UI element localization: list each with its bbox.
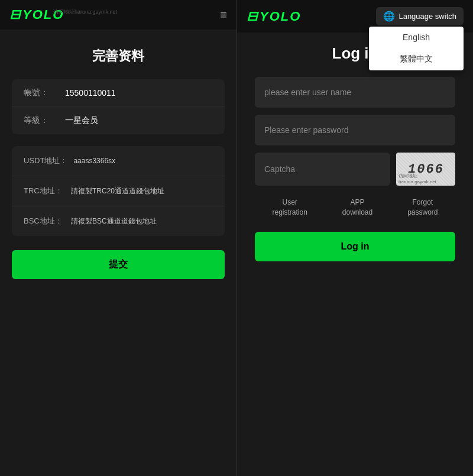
right-logo: ⊟ YOLO (247, 9, 301, 24)
logo-icon: ⊟ (9, 7, 20, 22)
right-header: ⊟ YOLO 🌐 Language switch English 繁體中文 (237, 0, 473, 33)
level-label: 等級： (24, 115, 59, 126)
account-info-card: 帳號： 15500110011 等級： 一星会员 (12, 79, 225, 134)
account-row: 帳號： 15500110011 (12, 79, 225, 107)
password-input[interactable] (255, 115, 455, 145)
language-switch-label: Language switch (399, 12, 456, 21)
usdt-label: USDT地址： (24, 156, 67, 166)
hamburger-menu[interactable]: ≡ (220, 8, 227, 22)
captcha-row: 访问地址haruna.gaymk.net 1066 (255, 153, 455, 186)
captcha-image[interactable]: 访问地址haruna.gaymk.net 1066 (396, 153, 455, 186)
account-value: 15500110011 (65, 88, 116, 98)
language-dropdown-menu: English 繁體中文 (369, 27, 464, 70)
lang-traditional-chinese[interactable]: 繁體中文 (369, 48, 464, 70)
level-row: 等級： 一星会员 (12, 107, 225, 134)
left-content: 完善资料 帳號： 15500110011 等級： 一星会员 USDT地址： aa… (0, 30, 237, 476)
wallet-card: USDT地址： aaass3366sx TRC地址： 請複製TRC20通道道錢包… (12, 146, 225, 236)
trc-row[interactable]: TRC地址： 請複製TRC20通道道錢包地址 (12, 176, 225, 206)
bsc-row[interactable]: BSC地址： 請複製BSC通道道錢包地址 (12, 206, 225, 236)
account-label: 帳號： (24, 88, 59, 98)
bsc-value: 請複製BSC通道道錢包地址 (71, 216, 157, 226)
action-links: Userregistration APPdownload Forgotpassw… (255, 197, 455, 218)
bsc-label: BSC地址： (24, 216, 65, 226)
globe-icon: 🌐 (383, 11, 395, 22)
forgot-password-link[interactable]: Forgotpassword (407, 197, 438, 218)
submit-button[interactable]: 提交 (12, 250, 225, 279)
user-registration-link[interactable]: Userregistration (272, 197, 307, 218)
trc-label: TRC地址： (24, 186, 65, 196)
level-value: 一星会员 (65, 115, 98, 126)
right-logo-icon: ⊟ (247, 9, 257, 24)
username-input[interactable] (255, 77, 455, 108)
captcha-value: 1066 (406, 162, 445, 177)
right-content: Log in 访问地址haruna.gaymk.net 1066 Userreg… (237, 33, 473, 476)
left-panel: ⊟ YOLO 访问地址haruna.gaymk.net ≡ 完善资料 帳號： 1… (0, 0, 237, 476)
right-panel: ⊟ YOLO 🌐 Language switch English 繁體中文 Lo… (237, 0, 473, 476)
lang-english[interactable]: English (369, 27, 464, 48)
left-watermark: 访问地址haruna.gaymk.net (53, 8, 117, 16)
app-download-link[interactable]: APPdownload (342, 197, 372, 218)
trc-value: 請複製TRC20通道道錢包地址 (71, 186, 164, 196)
login-button[interactable]: Log in (255, 232, 455, 261)
usdt-row: USDT地址： aaass3366sx (12, 146, 225, 176)
page-title: 完善资料 (12, 47, 225, 65)
left-header: ⊟ YOLO 访问地址haruna.gaymk.net ≡ (0, 0, 237, 30)
usdt-value: aaass3366sx (73, 157, 115, 165)
right-logo-text: YOLO (260, 9, 301, 24)
language-switcher[interactable]: 🌐 Language switch English 繁體中文 (376, 7, 464, 25)
captcha-input[interactable] (255, 153, 390, 186)
